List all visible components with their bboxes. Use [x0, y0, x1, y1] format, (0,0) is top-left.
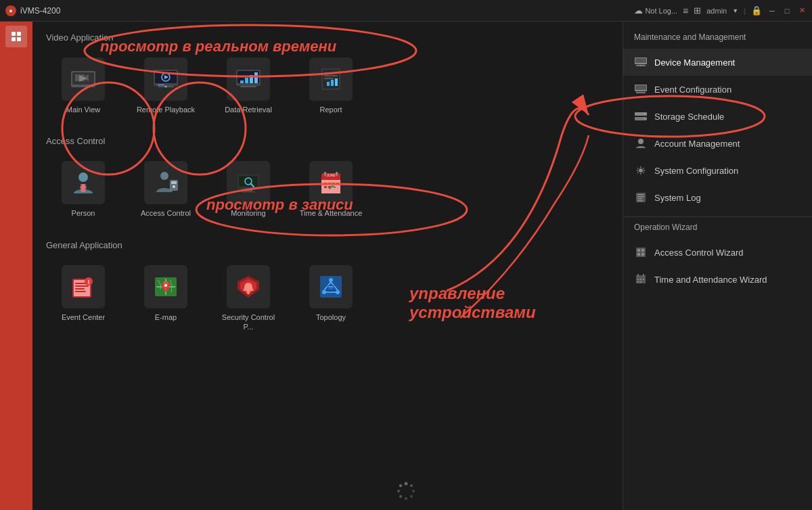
- svg-rect-103: [641, 253, 644, 256]
- remote-playback-icon: [152, 67, 179, 91]
- storage-schedule-icon: [634, 110, 648, 123]
- svg-rect-27: [331, 80, 334, 86]
- device-management-item[interactable]: Device Management: [623, 49, 812, 76]
- topology-label: Topology: [316, 312, 346, 322]
- svg-rect-18: [250, 75, 253, 83]
- svg-point-12: [165, 86, 167, 88]
- nav-grid-button[interactable]: [5, 26, 27, 47]
- operation-wizard-section-title: Operation Wizard: [623, 223, 812, 239]
- main-content: Video Application Main View: [32, 22, 623, 510]
- topology-icon: [317, 273, 344, 300]
- report-item[interactable]: Report: [294, 52, 368, 120]
- svg-rect-43: [321, 177, 340, 180]
- list-icon[interactable]: ≡: [683, 5, 688, 16]
- event-center-icon-box: !: [62, 265, 105, 308]
- svg-rect-19: [254, 72, 258, 83]
- emap-item[interactable]: E-map: [129, 260, 203, 338]
- svg-rect-57: [75, 288, 85, 289]
- svg-rect-40: [242, 191, 255, 193]
- svg-rect-50: [336, 183, 339, 185]
- system-log-item[interactable]: System Log: [623, 184, 812, 211]
- remote-playback-item[interactable]: Remote Playback: [129, 52, 203, 120]
- access-control-wizard-icon: [634, 246, 648, 259]
- video-application-section: Video Application Main View: [46, 32, 609, 120]
- svg-rect-99: [636, 248, 646, 257]
- security-control-icon-box: [227, 265, 270, 308]
- svg-point-91: [644, 118, 646, 120]
- svg-point-66: [164, 284, 167, 287]
- svg-rect-26: [327, 82, 330, 86]
- person-item[interactable]: Person: [46, 156, 120, 223]
- person-label: Person: [72, 208, 95, 218]
- svg-rect-3: [17, 37, 21, 41]
- svg-point-92: [638, 139, 644, 144]
- maintenance-section-title: Maintenance and Management: [623, 32, 812, 49]
- access-control-item[interactable]: Access Control: [129, 156, 203, 223]
- account-management-item[interactable]: Account Management: [623, 130, 812, 157]
- svg-point-126: [399, 484, 402, 487]
- close-button[interactable]: ✕: [797, 6, 807, 16]
- time-attendance-icon: JUNE: [317, 169, 344, 196]
- svg-text:!: !: [88, 279, 90, 285]
- maximize-button[interactable]: □: [782, 6, 792, 16]
- system-configuration-item[interactable]: System Configuration: [623, 157, 812, 184]
- main-view-item[interactable]: Main View: [46, 52, 120, 120]
- svg-rect-20: [240, 86, 256, 87]
- monitoring-label: Monitoring: [231, 208, 265, 218]
- app-body: Video Application Main View: [0, 22, 812, 510]
- user-dropdown-icon[interactable]: ▼: [732, 7, 738, 14]
- svg-rect-111: [637, 281, 639, 283]
- system-log-label: System Log: [654, 193, 701, 203]
- svg-rect-17: [245, 78, 248, 83]
- access-control-label: Access Control: [141, 208, 191, 218]
- svg-point-120: [410, 484, 413, 487]
- data-retrieval-item[interactable]: Data Retrieval: [211, 52, 286, 120]
- svg-point-93: [639, 168, 643, 172]
- storage-schedule-item[interactable]: Storage Schedule: [623, 103, 812, 130]
- report-icon-box: [309, 57, 353, 101]
- nav-sidebar: [0, 22, 32, 510]
- monitoring-item[interactable]: Monitoring: [211, 156, 286, 223]
- security-control-item[interactable]: Security Control P...: [211, 260, 286, 338]
- svg-rect-79: [328, 286, 334, 287]
- time-attendance-item[interactable]: JUNE Time & Attendance: [294, 156, 368, 223]
- event-center-item[interactable]: ! Event Center: [46, 260, 120, 338]
- svg-point-29: [78, 172, 88, 182]
- event-center-label: Event Center: [62, 312, 105, 322]
- lock-icon[interactable]: 🔒: [751, 5, 762, 16]
- access-control-title: Access Control: [46, 136, 609, 146]
- time-attendance-icon-box: JUNE: [309, 161, 353, 204]
- account-management-icon: [634, 137, 648, 150]
- svg-point-73: [322, 290, 326, 294]
- event-configuration-item[interactable]: Event Configuration: [623, 76, 812, 103]
- user-label[interactable]: admin: [706, 7, 727, 15]
- main-view-label: Main View: [66, 105, 101, 114]
- app-logo: ●: [5, 5, 16, 16]
- svg-rect-96: [637, 196, 644, 198]
- system-log-icon: [634, 191, 648, 204]
- cloud-status[interactable]: ☁ Not Log...: [634, 5, 677, 16]
- video-application-title: Video Application: [46, 32, 609, 43]
- svg-point-72: [329, 278, 333, 282]
- grid-view-icon[interactable]: ⊞: [694, 5, 701, 16]
- time-attendance-label: Time & Attendance: [300, 208, 363, 218]
- general-application-title: General Application: [46, 240, 609, 250]
- svg-rect-28: [335, 78, 338, 86]
- access-control-grid: Person Access Control: [46, 156, 609, 223]
- person-icon-box: [62, 161, 105, 204]
- topology-item[interactable]: Topology: [294, 260, 368, 338]
- time-attendance-wizard-item[interactable]: Time and Attendance Wizard: [623, 266, 812, 293]
- svg-rect-58: [75, 291, 86, 292]
- device-management-icon: [634, 55, 648, 69]
- right-panel: Maintenance and Management Device Manage…: [623, 22, 812, 510]
- access-control-wizard-item[interactable]: Access Control Wizard: [623, 239, 812, 266]
- svg-point-84: [640, 65, 641, 66]
- report-label: Report: [319, 105, 342, 114]
- emap-icon-box: [144, 265, 187, 308]
- svg-point-122: [410, 495, 413, 498]
- emap-label: E-map: [155, 312, 177, 322]
- minimize-button[interactable]: ─: [767, 6, 777, 16]
- topology-icon-box: [309, 265, 353, 308]
- svg-rect-97: [637, 198, 642, 200]
- svg-point-125: [397, 490, 400, 492]
